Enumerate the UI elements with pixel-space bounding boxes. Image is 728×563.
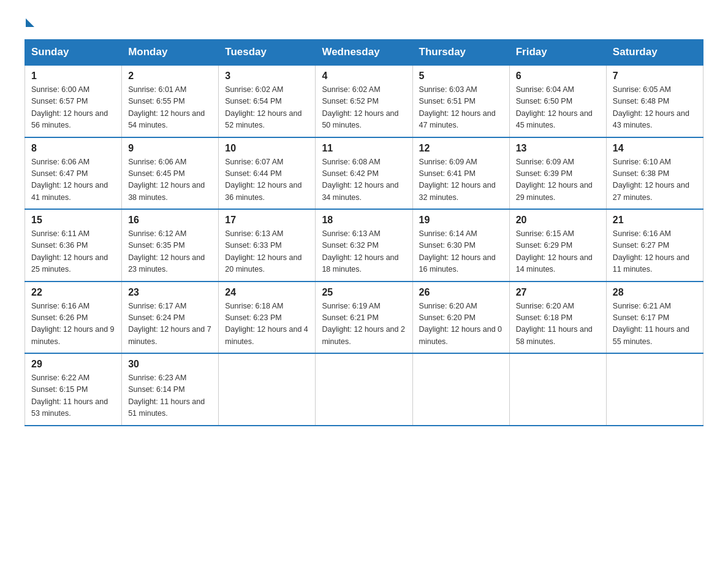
- day-info: Sunrise: 6:09 AMSunset: 6:39 PMDaylight:…: [516, 156, 600, 204]
- calendar-cell: 3 Sunrise: 6:02 AMSunset: 6:54 PMDayligh…: [219, 65, 316, 137]
- day-info: Sunrise: 6:16 AMSunset: 6:27 PMDaylight:…: [613, 228, 697, 276]
- calendar-cell: 23 Sunrise: 6:17 AMSunset: 6:24 PMDaylig…: [122, 282, 219, 354]
- calendar-cell: 12 Sunrise: 6:09 AMSunset: 6:41 PMDaylig…: [412, 137, 509, 210]
- calendar-cell: [509, 353, 606, 426]
- day-info: Sunrise: 6:15 AMSunset: 6:29 PMDaylight:…: [516, 228, 600, 276]
- calendar-cell: 1 Sunrise: 6:00 AMSunset: 6:57 PMDayligh…: [25, 65, 122, 137]
- day-number: 4: [322, 71, 406, 82]
- day-number: 2: [128, 71, 212, 82]
- calendar-cell: 9 Sunrise: 6:06 AMSunset: 6:45 PMDayligh…: [122, 137, 219, 210]
- day-info: Sunrise: 6:06 AMSunset: 6:47 PMDaylight:…: [31, 156, 115, 204]
- calendar-cell: 20 Sunrise: 6:15 AMSunset: 6:29 PMDaylig…: [509, 209, 606, 282]
- day-number: 14: [613, 143, 697, 154]
- calendar-cell: 4 Sunrise: 6:02 AMSunset: 6:52 PMDayligh…: [316, 65, 412, 137]
- calendar-cell: 11 Sunrise: 6:08 AMSunset: 6:42 PMDaylig…: [316, 137, 412, 210]
- day-info: Sunrise: 6:21 AMSunset: 6:17 PMDaylight:…: [613, 301, 697, 348]
- calendar-cell: 16 Sunrise: 6:12 AMSunset: 6:35 PMDaylig…: [122, 209, 219, 282]
- day-info: Sunrise: 6:08 AMSunset: 6:42 PMDaylight:…: [322, 156, 406, 204]
- day-number: 10: [225, 143, 309, 154]
- calendar-cell: 10 Sunrise: 6:07 AMSunset: 6:44 PMDaylig…: [219, 137, 316, 210]
- day-info: Sunrise: 6:02 AMSunset: 6:52 PMDaylight:…: [322, 84, 406, 132]
- logo-triangle-icon: [26, 18, 34, 27]
- calendar-cell: 28 Sunrise: 6:21 AMSunset: 6:17 PMDaylig…: [606, 282, 703, 354]
- calendar-cell: 26 Sunrise: 6:20 AMSunset: 6:20 PMDaylig…: [412, 282, 509, 354]
- day-number: 19: [419, 215, 503, 226]
- calendar-cell: [219, 353, 316, 426]
- calendar-cell: 5 Sunrise: 6:03 AMSunset: 6:51 PMDayligh…: [412, 65, 509, 137]
- calendar-week-row: 29 Sunrise: 6:22 AMSunset: 6:15 PMDaylig…: [25, 353, 703, 426]
- calendar-header-row: SundayMondayTuesdayWednesdayThursdayFrid…: [25, 40, 703, 66]
- calendar-cell: 29 Sunrise: 6:22 AMSunset: 6:15 PMDaylig…: [25, 353, 122, 426]
- day-number: 25: [322, 287, 406, 298]
- day-info: Sunrise: 6:14 AMSunset: 6:30 PMDaylight:…: [419, 228, 503, 276]
- day-number: 5: [419, 71, 503, 82]
- day-info: Sunrise: 6:16 AMSunset: 6:26 PMDaylight:…: [31, 301, 115, 348]
- calendar-cell: 18 Sunrise: 6:13 AMSunset: 6:32 PMDaylig…: [316, 209, 412, 282]
- day-number: 22: [31, 287, 115, 298]
- calendar-cell: 6 Sunrise: 6:04 AMSunset: 6:50 PMDayligh…: [509, 65, 606, 137]
- calendar-cell: 30 Sunrise: 6:23 AMSunset: 6:14 PMDaylig…: [122, 353, 219, 426]
- calendar-week-row: 8 Sunrise: 6:06 AMSunset: 6:47 PMDayligh…: [25, 137, 703, 210]
- day-info: Sunrise: 6:02 AMSunset: 6:54 PMDaylight:…: [225, 84, 309, 132]
- calendar-cell: [316, 353, 412, 426]
- day-number: 3: [225, 71, 309, 82]
- day-number: 21: [613, 215, 697, 226]
- day-info: Sunrise: 6:04 AMSunset: 6:50 PMDaylight:…: [516, 84, 600, 132]
- weekday-header-friday: Friday: [509, 40, 606, 66]
- calendar-cell: 22 Sunrise: 6:16 AMSunset: 6:26 PMDaylig…: [25, 282, 122, 354]
- weekday-header-sunday: Sunday: [25, 40, 122, 66]
- day-info: Sunrise: 6:10 AMSunset: 6:38 PMDaylight:…: [613, 156, 697, 204]
- day-info: Sunrise: 6:17 AMSunset: 6:24 PMDaylight:…: [128, 301, 212, 348]
- day-number: 20: [516, 215, 600, 226]
- calendar-cell: 15 Sunrise: 6:11 AMSunset: 6:36 PMDaylig…: [25, 209, 122, 282]
- day-info: Sunrise: 6:13 AMSunset: 6:32 PMDaylight:…: [322, 228, 406, 276]
- day-info: Sunrise: 6:07 AMSunset: 6:44 PMDaylight:…: [225, 156, 309, 204]
- page-header: [25, 18, 703, 31]
- logo-blue-part: [25, 18, 34, 31]
- day-info: Sunrise: 6:20 AMSunset: 6:20 PMDaylight:…: [419, 301, 503, 348]
- day-info: Sunrise: 6:13 AMSunset: 6:33 PMDaylight:…: [225, 228, 309, 276]
- calendar-cell: 14 Sunrise: 6:10 AMSunset: 6:38 PMDaylig…: [606, 137, 703, 210]
- day-info: Sunrise: 6:19 AMSunset: 6:21 PMDaylight:…: [322, 301, 406, 348]
- day-info: Sunrise: 6:03 AMSunset: 6:51 PMDaylight:…: [419, 84, 503, 132]
- weekday-header-saturday: Saturday: [606, 40, 703, 66]
- calendar-cell: 8 Sunrise: 6:06 AMSunset: 6:47 PMDayligh…: [25, 137, 122, 210]
- day-info: Sunrise: 6:12 AMSunset: 6:35 PMDaylight:…: [128, 228, 212, 276]
- day-info: Sunrise: 6:00 AMSunset: 6:57 PMDaylight:…: [31, 84, 115, 132]
- day-number: 17: [225, 215, 309, 226]
- day-number: 13: [516, 143, 600, 154]
- day-info: Sunrise: 6:23 AMSunset: 6:14 PMDaylight:…: [128, 372, 212, 420]
- day-number: 12: [419, 143, 503, 154]
- calendar-cell: 21 Sunrise: 6:16 AMSunset: 6:27 PMDaylig…: [606, 209, 703, 282]
- day-number: 11: [322, 143, 406, 154]
- day-number: 9: [128, 143, 212, 154]
- calendar-week-row: 15 Sunrise: 6:11 AMSunset: 6:36 PMDaylig…: [25, 209, 703, 282]
- calendar-cell: 7 Sunrise: 6:05 AMSunset: 6:48 PMDayligh…: [606, 65, 703, 137]
- day-number: 15: [31, 215, 115, 226]
- weekday-header-thursday: Thursday: [412, 40, 509, 66]
- day-info: Sunrise: 6:05 AMSunset: 6:48 PMDaylight:…: [613, 84, 697, 132]
- day-info: Sunrise: 6:18 AMSunset: 6:23 PMDaylight:…: [225, 301, 309, 348]
- day-number: 18: [322, 215, 406, 226]
- calendar-week-row: 22 Sunrise: 6:16 AMSunset: 6:26 PMDaylig…: [25, 282, 703, 354]
- calendar-cell: [412, 353, 509, 426]
- calendar-cell: 19 Sunrise: 6:14 AMSunset: 6:30 PMDaylig…: [412, 209, 509, 282]
- calendar-cell: [606, 353, 703, 426]
- day-number: 6: [516, 71, 600, 82]
- day-number: 28: [613, 287, 697, 298]
- day-number: 24: [225, 287, 309, 298]
- day-info: Sunrise: 6:09 AMSunset: 6:41 PMDaylight:…: [419, 156, 503, 204]
- day-number: 23: [128, 287, 212, 298]
- calendar-cell: 25 Sunrise: 6:19 AMSunset: 6:21 PMDaylig…: [316, 282, 412, 354]
- day-number: 16: [128, 215, 212, 226]
- day-number: 8: [31, 143, 115, 154]
- day-info: Sunrise: 6:22 AMSunset: 6:15 PMDaylight:…: [31, 372, 115, 420]
- calendar-week-row: 1 Sunrise: 6:00 AMSunset: 6:57 PMDayligh…: [25, 65, 703, 137]
- day-number: 29: [31, 359, 115, 370]
- weekday-header-wednesday: Wednesday: [316, 40, 412, 66]
- day-info: Sunrise: 6:11 AMSunset: 6:36 PMDaylight:…: [31, 228, 115, 276]
- day-number: 1: [31, 71, 115, 82]
- calendar-cell: 2 Sunrise: 6:01 AMSunset: 6:55 PMDayligh…: [122, 65, 219, 137]
- calendar-cell: 13 Sunrise: 6:09 AMSunset: 6:39 PMDaylig…: [509, 137, 606, 210]
- calendar-cell: 17 Sunrise: 6:13 AMSunset: 6:33 PMDaylig…: [219, 209, 316, 282]
